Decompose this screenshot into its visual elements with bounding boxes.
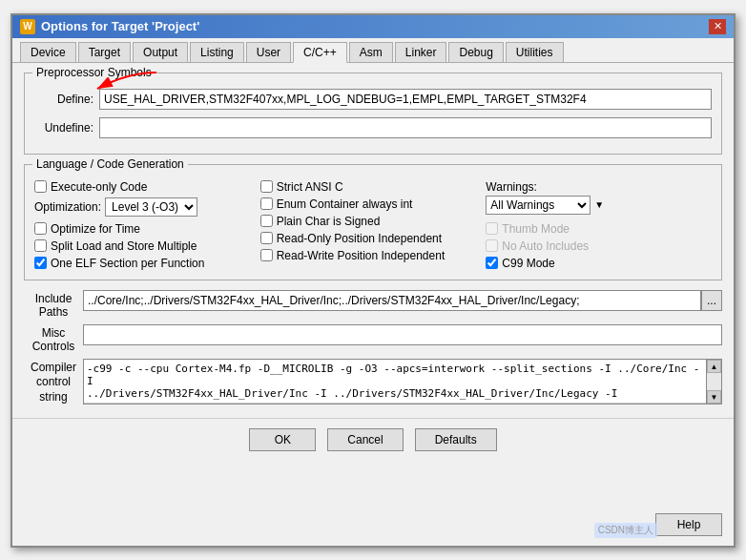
warnings-select[interactable]: All Warnings	[486, 196, 591, 215]
split-load-row: Split Load and Store Multiple	[34, 239, 260, 253]
readwrite-pos-checkbox[interactable]	[260, 249, 273, 261]
plain-char-row: Plain Char is Signed	[260, 215, 487, 228]
tab-user[interactable]: User	[246, 42, 291, 62]
tab-listing[interactable]: Listing	[190, 42, 244, 62]
c99-mode-label: C99 Mode	[502, 257, 554, 270]
split-load-label: Split Load and Store Multiple	[51, 239, 197, 253]
execute-only-row: Execute-only Code	[34, 180, 260, 194]
one-elf-checkbox[interactable]	[34, 257, 47, 269]
define-input[interactable]	[99, 89, 712, 110]
scroll-track	[707, 373, 721, 391]
readonly-pos-row: Read-Only Position Independent	[260, 232, 487, 245]
optimize-time-label: Optimize for Time	[51, 222, 140, 236]
app-icon: W	[20, 19, 35, 34]
readwrite-pos-row: Read-Write Position Independent	[260, 249, 487, 262]
optimization-select[interactable]: Level 3 (-O3)	[105, 197, 197, 217]
tab-asm[interactable]: Asm	[349, 42, 393, 62]
optimization-label: Optimization:	[34, 200, 101, 214]
one-elf-label: One ELF Section per Function	[51, 257, 204, 270]
lang-col-3: Warnings: All Warnings ▼ Thumb Mode	[486, 180, 712, 270]
enum-container-row: Enum Container always int	[260, 197, 487, 211]
readonly-pos-label: Read-Only Position Independent	[277, 232, 442, 245]
include-paths-row: IncludePaths ...	[24, 290, 722, 319]
warnings-section: Warnings: All Warnings ▼	[486, 180, 712, 215]
warnings-label: Warnings:	[486, 180, 712, 194]
compiler-text-container: -c99 -c --cpu Cortex-M4.fp -D__MICROLIB …	[83, 359, 707, 405]
optimization-row: Optimization: Level 3 (-O3)	[34, 197, 260, 217]
ok-button[interactable]: OK	[249, 428, 316, 451]
compiler-textarea[interactable]: -c99 -c --cpu Cortex-M4.fp -D__MICROLIB …	[84, 360, 706, 404]
no-auto-includes-label: No Auto Includes	[502, 239, 589, 253]
undefine-label: Undefine:	[34, 121, 93, 135]
no-auto-includes-row: No Auto Includes	[486, 239, 712, 253]
warnings-select-row: All Warnings ▼	[486, 196, 712, 215]
include-paths-input[interactable]	[83, 290, 701, 311]
main-content: Preprocessor Symbols Define: Undefine:	[12, 63, 734, 419]
compiler-row: Compilercontrolstring -c99 -c --cpu Cort…	[24, 359, 722, 405]
scroll-down-btn[interactable]: ▼	[707, 390, 721, 404]
dialog: W Options for Target 'Project' ✕ Device …	[10, 13, 736, 548]
include-paths-browse-button[interactable]: ...	[701, 290, 722, 311]
compiler-scrollbar: ▲ ▼	[707, 359, 722, 405]
preprocessor-title: Preprocessor Symbols	[32, 66, 155, 79]
bottom-bar: OK Cancel Defaults Help	[12, 418, 734, 461]
undefine-row: Undefine:	[34, 117, 712, 138]
tab-utilities[interactable]: Utilities	[506, 42, 564, 62]
misc-controls-row: MiscControls	[24, 324, 722, 353]
readwrite-pos-label: Read-Write Position Independent	[277, 249, 446, 262]
compiler-label: Compilercontrolstring	[24, 359, 83, 405]
define-row: Define:	[34, 89, 712, 110]
optimize-time-row: Optimize for Time	[34, 222, 260, 236]
one-elf-row: One ELF Section per Function	[34, 257, 260, 270]
close-button[interactable]: ✕	[709, 19, 726, 34]
undefine-input[interactable]	[99, 117, 712, 138]
split-load-checkbox[interactable]	[34, 239, 47, 252]
execute-only-label: Execute-only Code	[51, 180, 147, 194]
enum-container-label: Enum Container always int	[277, 197, 413, 211]
readonly-pos-checkbox[interactable]	[260, 232, 273, 244]
dialog-title: Options for Target 'Project'	[41, 19, 199, 33]
plain-char-checkbox[interactable]	[260, 215, 273, 227]
language-group: Language / Code Generation Execute-only …	[24, 164, 722, 280]
language-title: Language / Code Generation	[32, 157, 188, 171]
thumb-mode-label: Thumb Mode	[502, 222, 570, 236]
tab-debug[interactable]: Debug	[448, 42, 503, 62]
scroll-up-btn[interactable]: ▲	[707, 360, 721, 373]
tab-linker[interactable]: Linker	[395, 42, 447, 62]
warnings-dropdown-arrow: ▼	[594, 199, 604, 210]
help-button[interactable]: Help	[655, 513, 722, 536]
tab-device[interactable]: Device	[20, 42, 76, 62]
strict-ansi-label: Strict ANSI C	[277, 180, 343, 194]
tab-target[interactable]: Target	[78, 42, 131, 62]
thumb-mode-checkbox[interactable]	[486, 222, 498, 235]
c99-mode-checkbox[interactable]	[486, 257, 498, 269]
watermark: CSDN博主人	[594, 523, 657, 538]
misc-controls-input[interactable]	[83, 324, 722, 345]
misc-controls-label: MiscControls	[24, 324, 83, 353]
strict-ansi-checkbox[interactable]	[260, 180, 273, 193]
enum-container-checkbox[interactable]	[260, 197, 273, 210]
title-bar: W Options for Target 'Project' ✕	[12, 15, 734, 38]
preprocessor-group: Preprocessor Symbols Define: Undefine:	[24, 73, 722, 155]
define-label: Define:	[34, 93, 93, 106]
lang-col-2: Strict ANSI C Enum Container always int …	[260, 180, 487, 270]
cancel-button[interactable]: Cancel	[327, 428, 403, 451]
thumb-mode-row: Thumb Mode	[486, 222, 712, 236]
tabs-bar: Device Target Output Listing User C/C++ …	[12, 38, 734, 63]
no-auto-includes-checkbox[interactable]	[486, 239, 498, 252]
strict-ansi-row: Strict ANSI C	[260, 180, 487, 194]
c99-mode-row: C99 Mode	[486, 257, 712, 270]
title-bar-left: W Options for Target 'Project'	[20, 19, 199, 34]
optimize-time-checkbox[interactable]	[34, 222, 47, 235]
tab-cpp[interactable]: C/C++	[293, 42, 347, 63]
plain-char-label: Plain Char is Signed	[277, 215, 381, 228]
tab-output[interactable]: Output	[133, 42, 188, 62]
include-paths-label: IncludePaths	[24, 290, 83, 319]
language-grid: Execute-only Code Optimization: Level 3 …	[34, 180, 712, 270]
execute-only-checkbox[interactable]	[34, 180, 47, 193]
lang-col-1: Execute-only Code Optimization: Level 3 …	[34, 180, 260, 270]
defaults-button[interactable]: Defaults	[415, 428, 497, 451]
